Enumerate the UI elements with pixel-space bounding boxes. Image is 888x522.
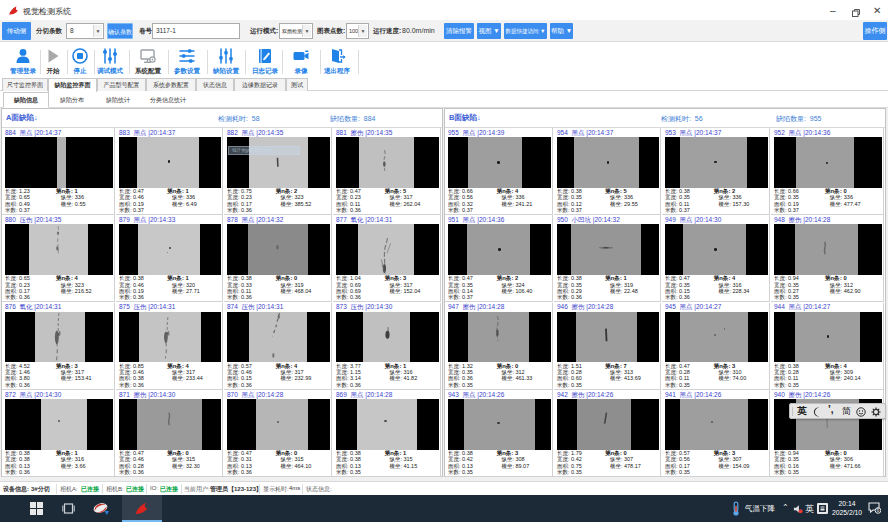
- svg-text:6: 6: [877, 507, 880, 513]
